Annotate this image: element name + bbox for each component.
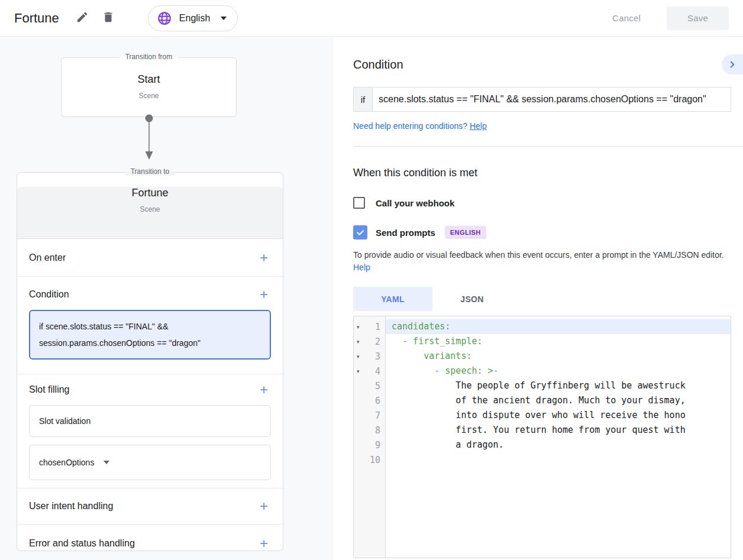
line-number: 10 (364, 455, 385, 465)
add-error-status-icon[interactable] (257, 536, 271, 551)
transition-from-node[interactable]: Transition from Start Scene (61, 57, 237, 117)
pencil-icon (76, 11, 89, 25)
when-met-title: When this condition is met (353, 167, 743, 179)
code-line[interactable]: - first_simple: (386, 334, 731, 349)
fold-arrow-icon[interactable]: ▾ (354, 368, 364, 374)
code-line[interactable]: into dispute over who will receive the h… (386, 408, 731, 423)
fold-arrow-icon[interactable]: ▾ (354, 339, 364, 345)
code-token-plain: of the ancient dragon. Much to your dism… (392, 395, 686, 406)
language-selector[interactable]: English (148, 5, 238, 31)
add-on-enter-icon[interactable] (257, 251, 271, 265)
slot-filling-label: Slot filling (29, 384, 69, 395)
line-number: 2 (364, 336, 385, 347)
gutter-row: 8 (354, 423, 385, 438)
prompt-help-link[interactable]: Help (353, 263, 370, 272)
save-button[interactable]: Save (667, 7, 729, 30)
code-line[interactable]: - speech: >- (386, 364, 731, 378)
add-user-intent-icon[interactable] (257, 499, 271, 513)
section-condition: Condition if scene.slots.status == "FINA… (17, 277, 283, 360)
code-line[interactable]: a dragon. (386, 438, 731, 452)
code-token-key: - speech: >- (392, 365, 499, 376)
code-token-plain: first. You return home from your quest w… (392, 425, 686, 435)
add-condition-icon[interactable] (257, 287, 271, 302)
language-label: English (179, 13, 210, 24)
fold-arrow-icon[interactable]: ▾ (354, 354, 364, 360)
send-prompts-checkbox[interactable] (353, 225, 367, 239)
page-title: Fortune (14, 11, 59, 26)
code-line[interactable]: candidates: (386, 319, 731, 334)
scene-flow-canvas: Transition from Start Scene Transition t… (0, 37, 333, 560)
code-token-key: candidates: (392, 321, 450, 332)
editor-code[interactable]: candidates: - first_simple: variants: - … (386, 316, 731, 558)
webhook-label: Call your webhook (376, 198, 454, 208)
gutter-row: ▾4 (354, 364, 385, 378)
line-number: 3 (364, 351, 385, 362)
from-scene-type: Scene (62, 92, 236, 100)
tab-json[interactable]: JSON (432, 287, 512, 311)
help-text: Need help entering conditions? (353, 121, 467, 131)
line-number: 1 (364, 322, 385, 332)
code-line[interactable] (386, 452, 731, 467)
condition-help-link[interactable]: Help (470, 121, 487, 131)
globe-icon (157, 11, 172, 26)
slot-validation-label: Slot validation (39, 416, 91, 426)
gutter-row: ▾2 (354, 334, 385, 349)
condition-chip[interactable]: if scene.slots.status == "FINAL" && sess… (29, 310, 271, 360)
gutter-row: ▾3 (354, 349, 385, 364)
code-token-plain: The people of Gryffinberg will be awestr… (392, 380, 686, 391)
transition-to-label: Transition to (125, 167, 176, 176)
section-user-intent: User intent handling (17, 488, 283, 524)
to-scene-name: Fortune (17, 187, 283, 199)
section-slot-filling: Slot filling Slot validation chosenOptio… (17, 374, 283, 480)
fold-arrow-icon[interactable]: ▾ (354, 324, 364, 330)
cancel-button[interactable]: Cancel (603, 7, 650, 29)
collapse-panel-button[interactable] (722, 54, 743, 75)
section-on-enter: On enter (17, 239, 283, 276)
code-line[interactable]: of the ancient dragon. Much to your dism… (386, 393, 731, 408)
slot-validation-card[interactable]: Slot validation (29, 405, 271, 437)
condition-input-row: if (353, 87, 731, 112)
webhook-checkbox[interactable] (353, 197, 365, 209)
scene-card-header: Fortune Scene (17, 187, 283, 239)
delete-scene-button[interactable] (98, 8, 118, 28)
language-badge: ENGLISH (445, 226, 486, 239)
slot-name-label: chosenOptions (39, 458, 94, 467)
yaml-editor: ▾1▾2▾3▾45678910 candidates: - first_simp… (353, 316, 731, 558)
from-scene-name: Start (62, 73, 236, 86)
send-prompts-label: Send prompts (376, 228, 435, 238)
condition-label: Condition (29, 289, 69, 300)
condition-expression-input[interactable] (373, 87, 731, 112)
code-line[interactable]: first. You return home from your quest w… (386, 423, 731, 438)
trash-icon (102, 11, 115, 25)
tab-yaml[interactable]: YAML (353, 287, 432, 311)
code-line[interactable]: variants: (386, 349, 731, 364)
gutter-row: 9 (354, 438, 385, 452)
chevron-down-icon (104, 461, 109, 464)
send-prompts-row: Send prompts ENGLISH (353, 225, 743, 239)
code-token-plain: into dispute over who will receive the h… (392, 410, 686, 420)
line-number: 6 (364, 396, 385, 406)
add-slot-icon[interactable] (257, 383, 271, 397)
error-status-label: Error and status handling (29, 538, 135, 549)
slot-name-card[interactable]: chosenOptions (29, 445, 271, 480)
line-number: 7 (364, 410, 385, 421)
line-number: 9 (364, 440, 385, 451)
gutter-row: 7 (354, 408, 385, 423)
panel-title: Condition (353, 37, 743, 72)
gutter-row: 10 (354, 452, 385, 467)
section-error-status: Error and status handling (17, 525, 283, 560)
code-token-plain: a dragon. (392, 439, 504, 450)
condition-help-line: Need help entering conditions? Help (353, 121, 743, 131)
transition-arrow (141, 114, 157, 168)
edit-title-button[interactable] (72, 8, 92, 28)
to-scene-type: Scene (17, 205, 283, 213)
editor-tabs: YAML JSON (353, 287, 743, 311)
condition-expression-line1: if scene.slots.status == "FINAL" && (39, 318, 261, 335)
on-enter-label: On enter (29, 253, 66, 263)
if-prefix: if (353, 87, 373, 112)
transition-to-card: Transition to Fortune Scene On enter Con… (17, 172, 283, 551)
gutter-row: ▾1 (354, 319, 385, 334)
user-intent-label: User intent handling (29, 501, 113, 512)
code-line[interactable]: The people of Gryffinberg will be awestr… (386, 378, 731, 393)
line-number: 4 (364, 366, 385, 377)
